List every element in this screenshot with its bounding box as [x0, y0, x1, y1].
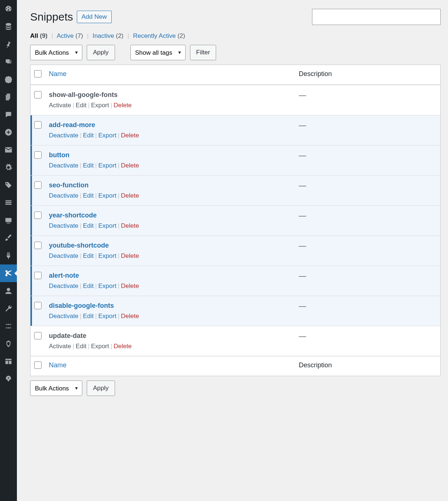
- sidebar-item-comments[interactable]: [0, 106, 17, 123]
- row-title[interactable]: button: [49, 151, 291, 159]
- tags-select[interactable]: Show all tags: [130, 45, 186, 60]
- main-content: Snippets Add New All (9) | Active (7) | …: [17, 0, 448, 501]
- row-title[interactable]: year-shortcode: [49, 212, 291, 219]
- row-action-delete[interactable]: Delete: [114, 102, 132, 109]
- bulk-actions-select[interactable]: Bulk Actions: [30, 45, 82, 60]
- select-all-checkbox-bottom[interactable]: [34, 361, 42, 369]
- sidebar-item-snippets[interactable]: [0, 264, 17, 282]
- row-action-export[interactable]: Export: [98, 252, 116, 259]
- row-action-toggle[interactable]: Activate: [49, 343, 71, 350]
- row-action-edit[interactable]: Edit: [83, 132, 94, 139]
- row-action-toggle[interactable]: Deactivate: [49, 222, 78, 229]
- row-title[interactable]: add-read-more: [49, 121, 291, 129]
- sidebar-item-rocket[interactable]: [0, 370, 17, 388]
- sliders-icon: [4, 322, 12, 330]
- row-action-toggle[interactable]: Deactivate: [49, 132, 78, 139]
- sidebar-item-slider[interactable]: [0, 212, 17, 229]
- row-action-edit[interactable]: Edit: [83, 222, 94, 229]
- sidebar-item-sliders[interactable]: [0, 317, 17, 335]
- row-checkbox[interactable]: [34, 302, 42, 309]
- row-checkbox[interactable]: [34, 181, 42, 189]
- filter-recent[interactable]: Recently Active (2): [133, 32, 185, 39]
- row-action-edit[interactable]: Edit: [83, 313, 94, 320]
- row-action-export[interactable]: Export: [91, 343, 109, 350]
- row-title[interactable]: show-all-google-fonts: [49, 91, 291, 99]
- row-action-toggle[interactable]: Deactivate: [49, 282, 78, 289]
- row-action-export[interactable]: Export: [98, 222, 116, 229]
- row-action-export[interactable]: Export: [98, 313, 116, 320]
- row-action-toggle[interactable]: Activate: [49, 102, 71, 109]
- page-title: Snippets: [30, 11, 73, 23]
- row-checkbox[interactable]: [34, 332, 42, 339]
- sidebar-item-media[interactable]: [0, 53, 17, 71]
- row-action-export[interactable]: Export: [98, 282, 116, 289]
- sidebar-item-settings[interactable]: [0, 159, 17, 176]
- footer-name-link[interactable]: Name: [49, 361, 67, 369]
- row-action-toggle[interactable]: Deactivate: [49, 313, 78, 320]
- sidebar-item-tags[interactable]: [0, 176, 17, 194]
- row-action-edit[interactable]: Edit: [76, 102, 86, 109]
- row-action-toggle[interactable]: Deactivate: [49, 192, 78, 199]
- row-action-delete[interactable]: Delete: [121, 162, 139, 169]
- row-checkbox[interactable]: [34, 212, 42, 219]
- sidebar-item-panel[interactable]: [0, 353, 17, 370]
- row-action-delete[interactable]: Delete: [121, 252, 139, 259]
- sidebar-item-database[interactable]: [0, 18, 17, 35]
- header-name-link[interactable]: Name: [49, 70, 67, 78]
- row-title[interactable]: seo-function: [49, 181, 291, 189]
- sidebar-item-list[interactable]: [0, 194, 17, 212]
- row-action-edit[interactable]: Edit: [83, 162, 94, 169]
- sidebar-item-forms[interactable]: [0, 71, 17, 88]
- sidebar-item-appearance[interactable]: [0, 229, 17, 247]
- row-action-toggle[interactable]: Deactivate: [49, 162, 78, 169]
- row-action-toggle[interactable]: Deactivate: [49, 252, 78, 259]
- row-action-delete[interactable]: Delete: [121, 282, 139, 289]
- bulk-actions-select-bottom[interactable]: Bulk Actions: [30, 381, 82, 396]
- sidebar-item-pages[interactable]: [0, 88, 17, 106]
- row-action-edit[interactable]: Edit: [83, 192, 94, 199]
- filter-inactive[interactable]: Inactive (2): [93, 32, 123, 39]
- row-action-edit[interactable]: Edit: [83, 282, 94, 289]
- list-icon: [4, 199, 12, 207]
- add-new-button[interactable]: Add New: [77, 11, 112, 23]
- row-action-delete[interactable]: Delete: [121, 313, 139, 320]
- sidebar-item-posts[interactable]: [0, 35, 17, 53]
- header-desc: Description: [295, 65, 440, 85]
- row-checkbox[interactable]: [34, 91, 42, 98]
- row-title[interactable]: youtube-shortcode: [49, 242, 291, 249]
- row-action-export[interactable]: Export: [98, 162, 116, 169]
- row-action-edit[interactable]: Edit: [83, 252, 94, 259]
- row-action-delete[interactable]: Delete: [114, 343, 132, 350]
- row-checkbox[interactable]: [34, 121, 42, 129]
- sidebar-item-add[interactable]: [0, 123, 17, 141]
- row-title[interactable]: update-date: [49, 332, 291, 340]
- filter-button[interactable]: Filter: [190, 45, 216, 60]
- sidebar-item-mail[interactable]: [0, 141, 17, 159]
- sidebar-item-seo[interactable]: [0, 335, 17, 353]
- apply-button-top[interactable]: Apply: [87, 45, 115, 60]
- row-action-delete[interactable]: Delete: [121, 132, 139, 139]
- sidebar-item-plugins[interactable]: [0, 247, 17, 264]
- select-all-checkbox-top[interactable]: [34, 70, 42, 78]
- row-title[interactable]: alert-note: [49, 272, 291, 280]
- search-input[interactable]: [312, 9, 441, 25]
- row-action-edit[interactable]: Edit: [76, 343, 86, 350]
- row-action-export[interactable]: Export: [98, 132, 116, 139]
- row-checkbox[interactable]: [34, 272, 42, 279]
- row-actions: Deactivate|Edit|Export|Delete: [49, 252, 291, 260]
- row-checkbox[interactable]: [34, 151, 42, 159]
- sidebar-item-users[interactable]: [0, 282, 17, 300]
- sidebar-item-dashboard[interactable]: [0, 0, 17, 18]
- row-description: —: [295, 145, 440, 175]
- table-row: update-dateActivate|Edit|Export|Delete—: [31, 326, 440, 356]
- row-action-delete[interactable]: Delete: [121, 222, 139, 229]
- row-checkbox[interactable]: [34, 242, 42, 249]
- apply-button-bottom[interactable]: Apply: [87, 381, 115, 396]
- row-action-delete[interactable]: Delete: [121, 192, 139, 199]
- filter-active[interactable]: Active (7): [57, 32, 83, 39]
- row-title[interactable]: disable-google-fonts: [49, 302, 291, 310]
- sidebar-item-tools[interactable]: [0, 300, 17, 317]
- row-action-export[interactable]: Export: [91, 102, 109, 109]
- filter-all[interactable]: All (9): [30, 32, 47, 39]
- row-action-export[interactable]: Export: [98, 192, 116, 199]
